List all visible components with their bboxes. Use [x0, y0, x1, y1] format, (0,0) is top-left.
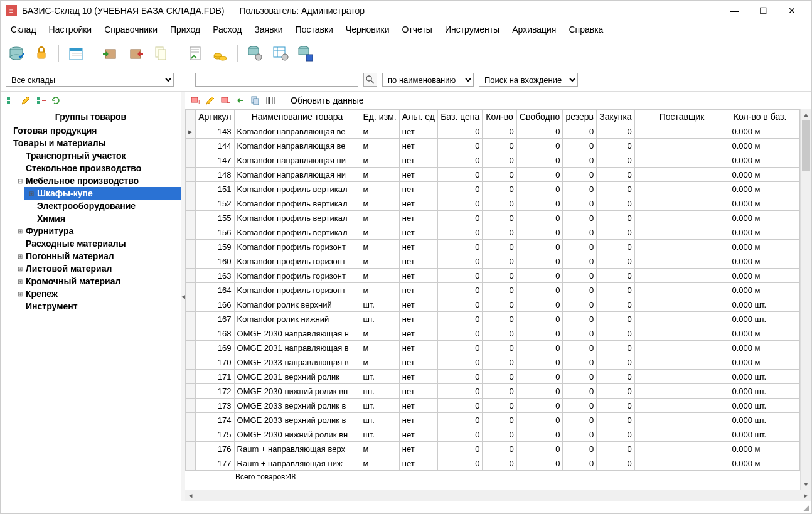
column-header[interactable]: Наименование товара — [234, 110, 360, 124]
tree-node[interactable]: ⊞Листовой материал — [13, 262, 181, 275]
item-barcode-button[interactable] — [264, 94, 277, 107]
resize-grip-icon[interactable]: ◢ — [803, 503, 809, 512]
copy-doc-button[interactable] — [150, 43, 171, 64]
tree-node[interactable]: Транспортный участок — [13, 149, 181, 162]
tree-node[interactable]: Товары и материалы — [1, 137, 181, 149]
search-input[interactable] — [195, 73, 358, 87]
table-row[interactable]: 172OMGE 2030 нижний ролик вншт.нет000000… — [186, 384, 800, 399]
table-row[interactable]: 155Komandor профиль вертикалмнет000000.0… — [186, 211, 800, 225]
column-header[interactable]: Альт. ед — [399, 110, 437, 124]
lock-button[interactable] — [31, 43, 52, 64]
tree-refresh-button[interactable] — [50, 94, 62, 107]
tree-node[interactable]: Инструмент — [13, 300, 181, 313]
column-header[interactable]: Ед. изм. — [360, 110, 399, 124]
table-row[interactable]: 166Komandor ролик верхнийшт.нет000000.00… — [186, 297, 800, 312]
column-header[interactable]: Артикул — [196, 110, 234, 124]
item-edit-button[interactable] — [204, 94, 216, 107]
refresh-label[interactable]: Обновить данные — [291, 95, 364, 105]
db-check-button[interactable] — [6, 43, 27, 64]
menu-расход[interactable]: Расход — [206, 22, 248, 37]
menu-черновики[interactable]: Черновики — [339, 22, 396, 37]
item-copy-button[interactable] — [249, 94, 262, 107]
table-row[interactable]: 177Raum + направляющая нижмнет000000.000… — [186, 456, 800, 471]
menu-архивация[interactable]: Архивация — [506, 22, 562, 37]
tree-delete-button[interactable]: – — [35, 94, 47, 107]
box-in-button[interactable] — [100, 43, 121, 64]
close-button[interactable]: ✕ — [777, 1, 806, 20]
tree-add-button[interactable]: + — [4, 94, 17, 107]
scroll-down-icon[interactable]: ▼ — [801, 479, 811, 490]
column-header[interactable]: Поставщик — [634, 110, 729, 124]
column-header[interactable]: резерв — [563, 110, 597, 124]
horizontal-scrollbar[interactable]: ◄ ► — [185, 490, 811, 501]
column-header[interactable]: Закупка — [597, 110, 635, 124]
expand-icon[interactable]: ⊞ — [16, 227, 24, 235]
maximize-button[interactable]: ☐ — [749, 1, 777, 20]
table-row[interactable]: 170OMGE 2033 направляющая вмнет000000.00… — [186, 355, 800, 370]
table-row[interactable]: ▸143Komandor направляющая вемнет000000.0… — [186, 124, 800, 139]
tree-node[interactable]: ⊟Мебельное производство — [13, 174, 181, 187]
search-match-select[interactable]: Поиск на вхождение — [479, 73, 578, 87]
menu-поставки[interactable]: Поставки — [289, 22, 339, 37]
tree-node[interactable]: Химия — [24, 212, 181, 225]
warehouse-select[interactable]: Все склады — [6, 73, 174, 87]
table-row[interactable]: 152Komandor профиль вертикалмнет000000.0… — [186, 196, 800, 211]
tree-node[interactable]: Электрооборудование — [24, 200, 181, 212]
table-row[interactable]: 159Komandor профиль горизонтмнет000000.0… — [186, 240, 800, 254]
table-row[interactable]: 151Komandor профиль вертикалмнет000000.0… — [186, 182, 800, 196]
tree-node[interactable]: ⊞Крепеж — [13, 287, 181, 300]
scroll-right-icon[interactable]: ► — [801, 490, 811, 501]
db-settings-button[interactable] — [244, 43, 265, 64]
items-grid[interactable]: АртикулНаименование товараЕд. изм.Альт. … — [185, 109, 800, 471]
table-row[interactable]: 144Komandor направляющая вемнет000000.00… — [186, 139, 800, 153]
menu-справочники[interactable]: Справочники — [98, 22, 164, 37]
item-back-button[interactable] — [234, 94, 247, 107]
tree-node[interactable]: ⊞Фурнитура — [13, 225, 181, 237]
tree-edit-button[interactable] — [19, 94, 32, 107]
scroll-up-icon[interactable]: ▲ — [801, 109, 811, 120]
category-tree[interactable]: Готовая продукцияТовары и материалыТранс… — [1, 124, 181, 501]
collapse-icon[interactable]: ⊟ — [16, 176, 24, 185]
expand-icon[interactable]: ⊞ — [16, 277, 24, 286]
table-row[interactable]: 163Komandor профиль горизонтмнет000000.0… — [186, 269, 800, 283]
scroll-thumb[interactable] — [802, 120, 810, 171]
column-header[interactable]: Баз. цена — [437, 110, 483, 124]
table-row[interactable]: 164Komandor профиль горизонтмнет000000.0… — [186, 283, 800, 297]
table-row[interactable]: 171OMGE 2031 верхний роликшт.нет000000.0… — [186, 370, 800, 384]
expand-icon[interactable]: ⊞ — [16, 252, 24, 260]
expand-icon[interactable]: ⊞ — [16, 264, 24, 273]
tree-node[interactable]: ⊞Погонный материал — [13, 250, 181, 262]
search-button[interactable] — [363, 73, 377, 87]
menu-отчеты[interactable]: Отчеты — [395, 22, 438, 37]
tree-node[interactable]: ⊞Шкафы-купе — [24, 187, 181, 200]
tree-node[interactable]: Расходные материалы — [13, 237, 181, 250]
table-row[interactable]: 173OMGE 2033 верхний ролик вшт.нет000000… — [186, 399, 800, 413]
tree-node[interactable]: Готовая продукция — [1, 124, 181, 137]
db-save-button[interactable] — [294, 43, 316, 64]
menu-заявки[interactable]: Заявки — [248, 22, 289, 37]
table-row[interactable]: 147Komandor направляющая нимнет000000.00… — [186, 153, 800, 168]
column-header[interactable]: Свободно — [516, 110, 563, 124]
calendar-button[interactable] — [65, 43, 87, 64]
column-header[interactable]: Кол-во в баз. — [729, 110, 791, 124]
table-row[interactable]: 174OMGE 2033 верхний ролик вшт.нет000000… — [186, 413, 800, 427]
table-row[interactable]: 167Komandor ролик нижнийшт.нет000000.000… — [186, 312, 800, 326]
menu-инструменты[interactable]: Инструменты — [439, 22, 506, 37]
minimize-button[interactable]: — — [720, 1, 749, 20]
money-button[interactable] — [210, 43, 231, 64]
item-delete-button[interactable]: – — [219, 94, 232, 107]
invoice-button[interactable] — [184, 43, 206, 64]
scroll-left-icon[interactable]: ◄ — [185, 490, 196, 501]
table-row[interactable]: 169OMGE 2031 направляющая вмнет000000.00… — [186, 341, 800, 355]
table-row[interactable]: 175OMGE 2030 нижний ролик вншт.нет000000… — [186, 427, 800, 442]
search-mode-select[interactable]: по наименованию — [382, 73, 474, 87]
tree-node[interactable]: ⊞Кромочный материал — [13, 275, 181, 287]
table-row[interactable]: 168OMGE 2030 направляющая нмнет000000.00… — [186, 326, 800, 341]
expand-icon[interactable]: ⊞ — [16, 289, 24, 298]
tree-node[interactable]: Стекольное производство — [13, 162, 181, 174]
box-out-button[interactable] — [125, 43, 146, 64]
menu-настройки[interactable]: Настройки — [43, 22, 99, 37]
column-header[interactable]: Кол-во — [483, 110, 516, 124]
table-row[interactable]: 176Raum + направляющая верхмнет000000.00… — [186, 442, 800, 456]
table-row[interactable]: 156Komandor профиль вертикалмнет000000.0… — [186, 225, 800, 240]
